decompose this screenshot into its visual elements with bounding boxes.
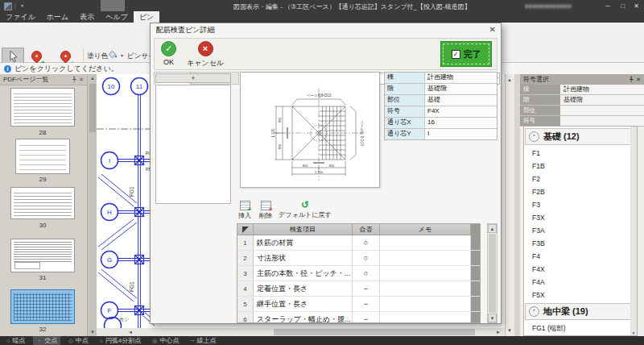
pass-fail-cell[interactable]: ○ bbox=[353, 266, 380, 281]
inspection-row-4[interactable]: 4 定着位置・長さ − bbox=[237, 281, 480, 297]
scroll-up-icon[interactable]: ▲ bbox=[488, 224, 497, 233]
page-thumbnail-30[interactable] bbox=[10, 187, 75, 219]
memo-cell[interactable] bbox=[380, 297, 471, 311]
grid-corner-cell[interactable] bbox=[237, 224, 254, 235]
reset-default-button[interactable]: ↺ デフォルトに戻す bbox=[276, 201, 334, 219]
symbol-item[interactable]: F3B bbox=[524, 237, 637, 250]
inspection-row-3[interactable]: 3 主筋の本数・径・ピッチ・... ○ bbox=[237, 266, 480, 281]
tab-pin[interactable]: ピン bbox=[134, 11, 159, 23]
scroll-right-icon[interactable]: ► bbox=[493, 328, 503, 336]
page-thumbnail-28[interactable] bbox=[10, 88, 75, 127]
symbol-item[interactable]: F1B bbox=[524, 160, 637, 172]
snap-intersection[interactable]: ＋ 交点 bbox=[33, 336, 60, 345]
scrollbar-thumb[interactable] bbox=[489, 234, 496, 313]
pass-fail-cell[interactable]: ○ bbox=[353, 235, 380, 250]
minimize-button[interactable]: ─ bbox=[605, 2, 610, 10]
canvas-h-scrollbar[interactable]: ◄ ► bbox=[97, 328, 505, 336]
col-header-memo[interactable]: メモ bbox=[380, 224, 471, 235]
snap-midpoint[interactable]: ◇ 中点 bbox=[65, 336, 91, 345]
sidebar-scrollbar[interactable]: ▲ ▼ bbox=[87, 74, 97, 336]
inspection-row-1[interactable]: 1 鉄筋の材質 ○ bbox=[237, 235, 480, 251]
pass-fail-cell[interactable]: − bbox=[353, 297, 380, 311]
dialog-grid-scrollbar[interactable]: ▲ ▼ bbox=[487, 223, 497, 323]
symbol-item[interactable]: F4X bbox=[524, 263, 637, 276]
photo-list[interactable] bbox=[155, 85, 231, 204]
symbol-item[interactable]: F3 bbox=[524, 198, 637, 211]
dialog-titlebar[interactable]: 配筋検査ピン詳細 bbox=[151, 23, 501, 37]
close-button[interactable]: ✕ bbox=[634, 2, 639, 10]
memo-cell[interactable] bbox=[380, 312, 471, 323]
tab-view[interactable]: 表示 bbox=[74, 11, 100, 23]
memo-cell[interactable] bbox=[380, 281, 471, 296]
panel-splitter[interactable] bbox=[514, 74, 520, 336]
inspection-row-2[interactable]: 2 寸法形状 ○ bbox=[237, 251, 480, 266]
dialog-close-icon[interactable]: ✕ bbox=[489, 25, 496, 34]
drawing-preview[interactable]: ベース筋8-D13 ベース筋 8-D13 1,700 850 850 850 8… bbox=[240, 72, 380, 188]
filter-value[interactable]: 計画建物 bbox=[560, 85, 644, 94]
symbol-filter-grid: 棟 計画建物 階 基礎階 部位 符号 bbox=[520, 85, 644, 127]
rebar-inspection-pin-dialog: 配筋検査ピン詳細 ✕ ✓ OK × キャンセル ✓ 完了 記録 是正内容 ピン番… bbox=[150, 23, 502, 324]
symbol-item[interactable]: F2 bbox=[524, 172, 637, 185]
scroll-down-icon[interactable]: ▼ bbox=[630, 330, 637, 335]
memo-cell[interactable] bbox=[380, 266, 471, 281]
page-thumbnail-32-selected[interactable] bbox=[10, 289, 75, 324]
symbol-item[interactable]: F1 bbox=[524, 147, 637, 160]
page-thumbnail-31[interactable] bbox=[10, 239, 75, 272]
inspection-row-6[interactable]: 6 スターラップ・幅止め・腹... − bbox=[237, 312, 480, 323]
filter-value[interactable] bbox=[560, 106, 644, 115]
fill-color-swatch[interactable] bbox=[108, 50, 118, 61]
symbol-item[interactable]: F2B bbox=[524, 185, 637, 198]
tab-file[interactable]: ファイル bbox=[0, 11, 41, 23]
pass-fail-cell[interactable]: ○ bbox=[353, 251, 380, 265]
prop-value[interactable]: I bbox=[425, 129, 497, 139]
memo-cell[interactable] bbox=[380, 235, 471, 250]
prop-value[interactable]: 基礎階 bbox=[425, 84, 497, 94]
symbol-item[interactable]: F3X bbox=[524, 211, 637, 224]
filter-value[interactable] bbox=[560, 116, 644, 126]
tab-help[interactable]: ヘルプ bbox=[100, 11, 134, 23]
page-thumbnail-29[interactable] bbox=[15, 139, 70, 174]
panel-close-icon[interactable]: ✕ bbox=[76, 77, 87, 83]
scroll-down-icon[interactable]: ▼ bbox=[488, 314, 497, 322]
delete-row-button[interactable]: × 削除 bbox=[255, 201, 276, 220]
ok-button[interactable]: ✓ OK bbox=[161, 41, 176, 66]
list-scrollbar[interactable]: ▼ bbox=[630, 127, 637, 335]
memo-cell[interactable] bbox=[380, 251, 471, 265]
scrollbar-thumb[interactable] bbox=[89, 84, 96, 132]
tab-home[interactable]: ホーム bbox=[41, 11, 74, 23]
pass-fail-cell[interactable]: − bbox=[353, 312, 380, 323]
symbol-item[interactable]: F5X bbox=[524, 289, 637, 301]
section-foundation[interactable]: ⌃ 基礎 (12) bbox=[525, 128, 636, 145]
inspection-row-5[interactable]: 5 継手位置・長さ − bbox=[237, 297, 480, 312]
col-header-item[interactable]: 検査項目 bbox=[254, 224, 353, 235]
add-photo-button[interactable]: + bbox=[155, 73, 231, 83]
snap-on-line[interactable]: ─ 線上点 bbox=[187, 336, 219, 345]
cancel-button[interactable]: × キャンセル bbox=[187, 41, 224, 69]
fill-color-dropdown-icon[interactable]: ▾ bbox=[121, 52, 123, 58]
panel-close-icon[interactable]: ✕ bbox=[633, 77, 644, 83]
maximize-button[interactable]: □ bbox=[621, 2, 625, 10]
scroll-up-icon[interactable]: ▲ bbox=[505, 76, 514, 84]
snap-center[interactable]: ◎ 中心点 bbox=[149, 336, 182, 345]
prop-value[interactable]: 基礎 bbox=[425, 95, 497, 106]
symbol-item[interactable]: F3A bbox=[524, 224, 637, 237]
scroll-left-icon[interactable]: ◄ bbox=[126, 328, 135, 336]
prop-value[interactable]: 16 bbox=[425, 118, 497, 128]
done-toggle-button[interactable]: ✓ 完了 bbox=[440, 41, 492, 67]
section-ground-beam[interactable]: ⌃ 地中梁 (19) bbox=[525, 303, 636, 320]
filter-value[interactable]: 基礎階 bbox=[560, 95, 644, 105]
snap-arc-quarter[interactable]: ○ 円弧4分割点 bbox=[97, 336, 145, 345]
prop-value[interactable]: 計画建物 bbox=[425, 73, 497, 83]
scrollbar-thumb[interactable] bbox=[274, 329, 475, 335]
symbol-item[interactable]: FG1 (端部) bbox=[524, 322, 637, 335]
snap-endpoint[interactable]: ○ 端点 bbox=[3, 336, 28, 345]
symbol-item[interactable]: F4A bbox=[524, 276, 637, 289]
scroll-down-icon[interactable]: ▼ bbox=[505, 326, 514, 335]
insert-row-button[interactable]: + 挿入 bbox=[234, 201, 255, 220]
prop-value[interactable]: F4X bbox=[425, 106, 497, 117]
symbol-item[interactable]: F4 bbox=[524, 250, 637, 263]
quick-access-dropdown-icon[interactable]: ▾ bbox=[21, 2, 23, 8]
canvas-v-scrollbar[interactable]: ▲ ▼ bbox=[505, 74, 514, 336]
col-header-result[interactable]: 合否 bbox=[353, 224, 380, 235]
pass-fail-cell[interactable]: − bbox=[353, 281, 380, 296]
